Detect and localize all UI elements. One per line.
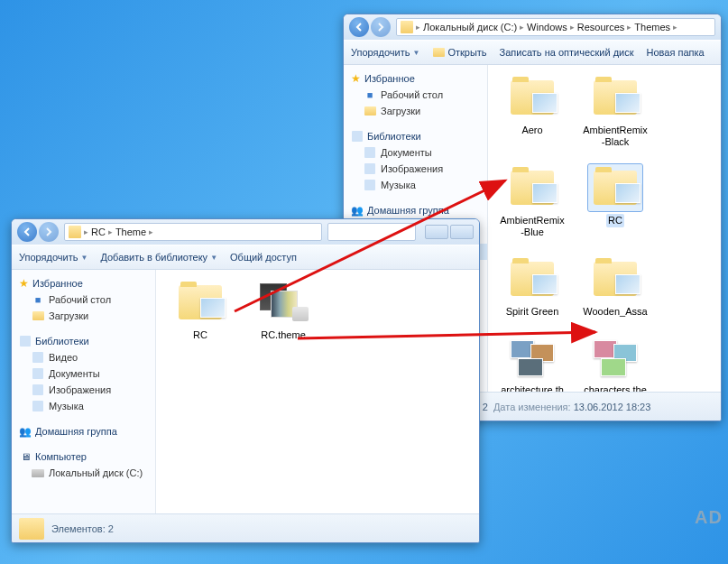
sidebar-item-downloads[interactable]: Загрузки [344, 103, 487, 119]
breadcrumb-segment[interactable]: RC [91, 227, 106, 237]
folder-icon [364, 106, 376, 116]
file-label: Wooden_Assa [581, 305, 649, 319]
library-icon [32, 401, 43, 411]
library-icon [20, 336, 31, 347]
file-label: architecture.theme [497, 384, 567, 392]
status-bar: Элементов: 2 [12, 513, 479, 542]
libraries-header[interactable]: Библиотеки [344, 128, 487, 144]
file-label: Aero [520, 124, 544, 137]
minimize-button[interactable] [425, 225, 448, 239]
address-bar[interactable]: ▸ Локальный диск (C:) ▸ Windows ▸ Resour… [396, 18, 715, 36]
favorites-header[interactable]: ★Избранное [344, 70, 487, 87]
sidebar-item[interactable]: Изображения [12, 382, 155, 398]
file-label: characters.theme [580, 384, 650, 392]
file-item[interactable]: Aero [497, 74, 567, 148]
library-icon [364, 147, 375, 158]
favorites-header[interactable]: ★Избранное [12, 275, 155, 291]
folder-icon [594, 262, 637, 296]
back-button[interactable] [17, 222, 37, 242]
file-label: RC [606, 214, 624, 227]
file-label: AmbientRemix-Black [580, 124, 650, 148]
folder-icon: ■ [364, 88, 376, 101]
folder-icon [511, 262, 554, 296]
file-list[interactable]: RCRC.theme [156, 270, 479, 513]
sidebar-item-desktop[interactable]: ■Рабочий стол [344, 87, 487, 103]
homegroup-header[interactable]: 👥Домашняя группа [12, 423, 155, 439]
library-icon [364, 163, 375, 174]
homegroup-header[interactable]: 👥Домашняя группа [344, 202, 487, 218]
library-icon [364, 180, 375, 190]
share-menu[interactable]: Общий доступ [230, 252, 297, 263]
chevron-icon: ▸ [84, 227, 88, 236]
star-icon: ★ [19, 277, 29, 290]
chevron-icon: ▸ [570, 23, 575, 32]
address-bar[interactable]: ▸ RC ▸ Theme ▸ [64, 223, 322, 241]
file-label: Spirit Green [504, 305, 561, 319]
file-item[interactable]: Spirit Green [497, 255, 567, 319]
chevron-icon: ▸ [673, 23, 677, 32]
explorer-window-rc[interactable]: ▸ RC ▸ Theme ▸ Упорядочить▼ Добавить в б… [11, 218, 480, 543]
folder-icon [401, 21, 413, 33]
folder-icon [69, 226, 81, 238]
forward-button[interactable] [39, 222, 59, 242]
libraries-header[interactable]: Библиотеки [12, 333, 155, 349]
sidebar-item-drive[interactable]: Локальный диск (C:) [12, 465, 155, 481]
file-item[interactable]: architecture.theme [497, 334, 567, 392]
status-date-value: 13.06.2012 18:23 [574, 402, 651, 412]
sidebar-item[interactable]: Документы [344, 144, 487, 161]
folder-icon [179, 285, 222, 319]
file-item[interactable]: RC [165, 279, 235, 342]
file-item[interactable]: AmbientRemix-Black [580, 74, 650, 148]
file-label: RC.theme [259, 328, 308, 342]
breadcrumb-segment[interactable]: Локальный диск (C:) [423, 22, 517, 32]
toolbar: Упорядочить▼ Добавить в библиотеку▼ Общи… [12, 245, 479, 270]
theme-icon [509, 338, 556, 376]
file-item[interactable]: characters.theme [580, 334, 650, 392]
burn-button[interactable]: Записать на оптический диск [500, 47, 634, 58]
sidebar-item[interactable]: Музыка [12, 398, 155, 414]
breadcrumb-segment[interactable]: Theme [115, 227, 146, 237]
titlebar[interactable]: ▸ Локальный диск (C:) ▸ Windows ▸ Resour… [344, 14, 721, 40]
file-item[interactable]: RC [580, 164, 650, 238]
library-icon [32, 368, 43, 379]
file-label: RC [191, 328, 209, 342]
folder-icon [511, 171, 554, 205]
library-icon [352, 131, 363, 142]
breadcrumb-segment[interactable]: Resources [577, 22, 625, 32]
theme-icon [260, 283, 307, 321]
sidebar-item[interactable]: Документы [12, 365, 155, 382]
computer-header[interactable]: 🖥Компьютер [12, 448, 155, 465]
sidebar-item[interactable]: Изображения [344, 161, 487, 177]
library-icon [32, 352, 43, 363]
new-folder-button[interactable]: Новая папка [647, 47, 705, 58]
folder-icon: ■ [32, 293, 44, 306]
sidebar-item[interactable]: Музыка [344, 177, 487, 193]
breadcrumb-segment[interactable]: Themes [634, 22, 670, 32]
sidebar-item-desktop[interactable]: ■Рабочий стол [12, 291, 155, 308]
organize-menu[interactable]: Упорядочить▼ [351, 47, 419, 58]
library-icon [32, 384, 43, 395]
sidebar-item[interactable]: Видео [12, 349, 155, 365]
file-item[interactable]: RC.theme [248, 279, 318, 342]
homegroup-icon: 👥 [351, 204, 364, 217]
theme-icon [592, 338, 639, 376]
computer-icon: 🖥 [19, 450, 32, 463]
titlebar[interactable]: ▸ RC ▸ Theme ▸ [12, 219, 479, 245]
add-to-library-menu[interactable]: Добавить в библиотеку▼ [100, 252, 217, 263]
forward-button[interactable] [371, 17, 391, 37]
file-item[interactable]: AmbientRemix-Blue [497, 164, 567, 238]
open-button[interactable]: Открыть [432, 46, 486, 59]
chevron-icon: ▸ [520, 23, 524, 32]
status-count: Элементов: 2 [51, 523, 114, 534]
sidebar-item-downloads[interactable]: Загрузки [12, 308, 155, 324]
folder-icon [19, 518, 44, 540]
back-button[interactable] [349, 17, 369, 37]
breadcrumb-segment[interactable]: Windows [527, 22, 567, 32]
chevron-icon: ▸ [149, 227, 153, 236]
organize-menu[interactable]: Упорядочить▼ [19, 252, 88, 263]
file-item[interactable]: Wooden_Assa [580, 255, 650, 319]
file-list[interactable]: AeroAmbientRemix-BlackAmbientRemix-BlueR… [488, 65, 721, 392]
status-date-label: Дата изменения: [493, 402, 571, 412]
search-input[interactable] [327, 223, 416, 241]
maximize-button[interactable] [450, 225, 474, 239]
